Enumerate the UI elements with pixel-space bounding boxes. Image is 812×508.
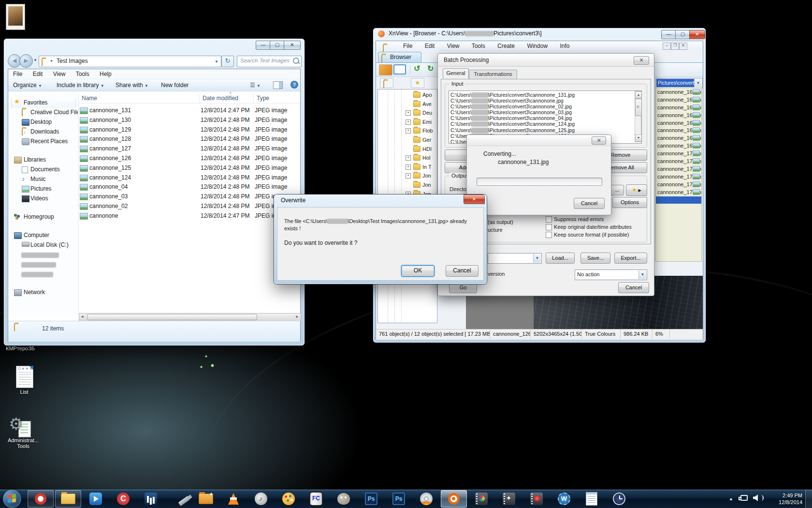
toolbar-image-button[interactable] — [379, 64, 392, 75]
close-icon[interactable]: ✕ — [634, 56, 649, 65]
taskbar-icon-photoshop-2[interactable]: Ps — [386, 490, 412, 508]
sidebar-item-documents[interactable]: Documents — [8, 165, 78, 175]
tree-expander-icon[interactable]: + — [406, 120, 411, 125]
tree-row[interactable]: + Deu — [378, 108, 437, 118]
nav-history-dropdown-icon[interactable]: ▼ — [33, 58, 37, 62]
taskbar-icon-media-player[interactable] — [83, 490, 109, 508]
taskbar-clock[interactable]: 2:49 PM 12/8/2014 — [766, 492, 802, 506]
input-path-row[interactable]: C:\Users\\Pictures\convert3\cannonone_02… — [450, 104, 634, 109]
sidebar-item-creative-cloud[interactable]: Creative Cloud Files — [8, 108, 78, 118]
dropdown-arrow-icon[interactable]: ▼ — [694, 79, 702, 87]
preset-dropdown[interactable]: ▼ — [488, 253, 542, 264]
horizontal-scrollbar[interactable]: ◄ ► — [79, 313, 301, 321]
desktop-icon-picture[interactable] — [5, 3, 26, 32]
search-input[interactable]: Search Test Images — [237, 56, 302, 67]
tree-row[interactable]: + In T — [378, 163, 437, 172]
file-row[interactable]: cannonone_130 12/8/2014 2:48 PM JPEG ima… — [79, 116, 300, 125]
suppress-read-errors-checkbox[interactable] — [546, 216, 552, 223]
minimize-button[interactable]: — — [661, 30, 676, 39]
tree-row[interactable]: + Ave — [378, 100, 437, 109]
sidebar-item-desktop[interactable]: Desktop — [8, 118, 78, 127]
sidebar-item-libraries[interactable]: Libraries — [8, 155, 78, 165]
menu-view[interactable]: View — [447, 43, 460, 49]
views-button[interactable]: ☰ ▼ — [250, 82, 261, 89]
tree-row[interactable]: + Hol — [378, 153, 437, 163]
file-row[interactable]: cannonone_126 12/8/2014 2:48 PM JPEG ima… — [79, 154, 300, 164]
browser-file-row[interactable]: cannonone_170.jpg — [656, 149, 701, 157]
taskbar-icon-screen-recorder[interactable] — [523, 490, 550, 508]
column-date-modified[interactable]: Date modified — [200, 94, 254, 103]
show-desktop-button[interactable] — [805, 490, 812, 508]
input-path-row[interactable]: C:\Users\\Pictures\convert3\cannonone_03… — [450, 109, 634, 115]
keep-date-checkbox[interactable] — [546, 224, 552, 230]
mdi-close-icon[interactable]: ✕ — [679, 43, 687, 50]
input-path-row[interactable]: C:\Users\\Pictures\convert3\cannonone_04… — [450, 115, 634, 121]
menu-edit[interactable]: Edit — [425, 43, 435, 49]
tab-browser[interactable]: Browser — [378, 52, 421, 63]
save-button[interactable]: Save... — [580, 253, 610, 264]
sidebar-item-network[interactable]: Network — [8, 288, 78, 298]
selected-file-row[interactable] — [656, 196, 702, 204]
sidebar-item-downloads[interactable]: ↓Downloads — [8, 127, 78, 137]
ok-button[interactable]: OK — [401, 265, 435, 277]
scroll-up-icon[interactable]: ▲ — [635, 91, 642, 99]
scroll-thumb[interactable] — [87, 314, 257, 320]
sidebar-item-videos[interactable]: Videos — [8, 194, 78, 204]
tray-expand-icon[interactable]: ▲ — [729, 496, 733, 501]
load-button[interactable]: Load... — [546, 253, 575, 264]
taskbar-icon-video-wizard-app[interactable] — [496, 490, 522, 508]
keep-format-checkbox[interactable] — [546, 232, 552, 238]
browser-file-row[interactable]: cannonone_168.jpg — [656, 134, 701, 142]
file-row[interactable]: cannonone_131 12/8/2014 2:47 PM JPEG ima… — [79, 106, 300, 116]
menu-create[interactable]: Create — [497, 43, 515, 49]
file-row[interactable]: cannonone_129 12/8/2014 2:48 PM JPEG ima… — [79, 125, 300, 135]
browser-file-row[interactable]: cannonone_165.jpg — [656, 111, 701, 119]
taskbar-icon-usb-drive[interactable] — [165, 490, 191, 508]
tree-row[interactable]: + Emi — [378, 118, 437, 127]
sidebar-item-pictures[interactable]: Pictures — [8, 184, 78, 194]
cancel-button[interactable]: Cancel — [574, 198, 605, 209]
maximize-button[interactable]: ▢ — [675, 30, 690, 39]
menu-edit[interactable]: Edit — [33, 71, 43, 77]
tree-expander-icon[interactable]: + — [406, 173, 411, 179]
taskbar-icon-photo-wizard[interactable] — [193, 490, 219, 508]
sidebar-item-redacted-drive[interactable] — [8, 270, 78, 280]
browser-file-row[interactable]: cannonone_166.jpg — [656, 119, 701, 127]
tree-row[interactable]: + Flob — [378, 126, 437, 135]
browser-file-row[interactable]: cannonone_173.jpg — [656, 173, 701, 180]
sidebar-item-homegroup[interactable]: Homegroup — [8, 212, 78, 222]
tree-row[interactable]: + Jon — [378, 171, 437, 180]
folder-view-button[interactable] — [380, 78, 393, 88]
file-row[interactable]: cannonone_125 12/8/2014 2:48 PM JPEG ima… — [79, 164, 300, 173]
close-button[interactable]: ✕ — [284, 41, 301, 50]
scroll-left-icon[interactable]: ◄ — [80, 314, 84, 319]
taskbar-icon-imgburn[interactable] — [413, 490, 439, 508]
browser-file-row[interactable]: cannonone_172.jpg — [656, 165, 701, 173]
browser-file-row[interactable]: cannonone_162.jpg — [656, 88, 701, 96]
new-folder-button[interactable]: New folder — [161, 82, 188, 89]
tree-row[interactable]: + HDI — [378, 145, 437, 154]
maximize-button[interactable]: ▢ — [270, 41, 285, 50]
include-in-library-button[interactable]: Include in library ▼ — [57, 82, 104, 89]
browser-file-row[interactable]: cannonone_171.jpg — [656, 157, 701, 165]
taskbar-icon-paint-palette-app[interactable] — [276, 490, 302, 508]
share-with-button[interactable]: Share with ▼ — [116, 82, 148, 89]
address-dropdown-icon[interactable]: ▼ — [215, 60, 218, 64]
close-icon[interactable]: ✕ — [592, 136, 606, 145]
input-path-row[interactable]: C:\Users\\Pictures\convert3\cannonone_12… — [450, 121, 634, 127]
tree-row[interactable]: + Ger — [378, 135, 437, 145]
tree-expander-icon[interactable]: + — [406, 164, 411, 170]
input-path-row[interactable]: C:\Users\\Pictures\convert3\cannonone_12… — [450, 127, 634, 133]
taskbar-icon-ccleaner[interactable]: C — [110, 490, 136, 508]
dialog-title-bar[interactable]: Batch Processing ✕ — [438, 54, 654, 67]
file-row[interactable]: cannonone_04 12/8/2014 2:48 PM JPEG imag… — [79, 182, 300, 192]
sidebar-item-favorites[interactable]: ★ Favorites — [8, 98, 78, 108]
preview-pane-button[interactable] — [273, 81, 283, 89]
tab-general[interactable]: General — [443, 68, 469, 79]
input-path-row[interactable]: C:\Users\\Pictures\convert3\cannonone.jp… — [450, 98, 634, 104]
taskbar-icon-vlc[interactable] — [220, 490, 246, 508]
input-path-row[interactable]: C:\Users\\Pictures\convert3\cannonone_13… — [450, 92, 634, 98]
file-row[interactable]: cannonone_128 12/8/2014 2:48 PM JPEG ima… — [79, 134, 300, 144]
sidebar-item-redacted-drive[interactable] — [8, 261, 78, 270]
scroll-down-icon[interactable]: ▼ — [635, 134, 642, 142]
